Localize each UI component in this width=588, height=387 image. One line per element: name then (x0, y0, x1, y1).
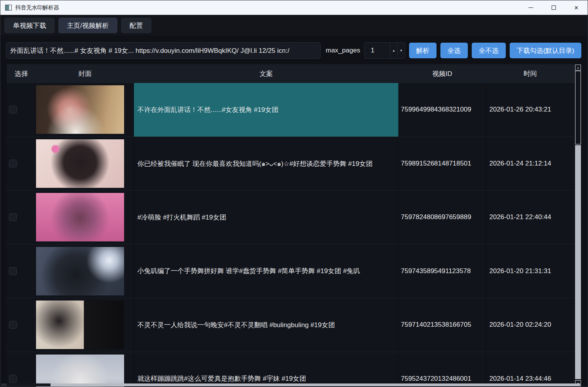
table-row: #冷萌脸 #打火机舞蹈 #19女团 7597824808697659889 20… (7, 191, 575, 245)
video-id: 7599649984368321009 (399, 83, 486, 137)
time: 2026-01-20 02:24:20 (486, 298, 575, 352)
cover-cell (36, 83, 134, 137)
caption-text: 小兔叽编了一个手势舞拼好舞 谁学#蠢货手势舞 #简单手势舞 #19女团 #兔叽 (137, 266, 360, 275)
row-checkbox[interactable] (9, 321, 17, 329)
select-cell (7, 83, 36, 137)
video-table: 选择 封面 文案 视频ID 时间 不许在外面乱讲话！不然......#女友视角 … (7, 64, 581, 387)
caption-text: 你已经被我催眠了 现在你最喜欢我知道吗(๑>ᴗ<๑)☆#好想谈恋爱手势舞 #19… (137, 158, 373, 169)
time: 2026-01-14 23:44:46 (486, 352, 575, 387)
vertical-scrollbar[interactable]: ▲ ▼ (575, 64, 581, 387)
caption-text: #冷萌脸 #打火机舞蹈 #19女团 (137, 213, 226, 222)
chevron-up-icon: ▲ (392, 49, 395, 52)
row-checkbox[interactable] (9, 213, 17, 221)
tab-config[interactable]: 配置 (121, 18, 152, 33)
vertical-scrollbar-track[interactable] (575, 145, 581, 379)
app-icon (5, 5, 12, 11)
close-icon: ✕ (574, 5, 579, 11)
cover-thumb[interactable] (36, 85, 124, 134)
row-checkbox[interactable] (9, 375, 17, 383)
table-row: 就这样蹦蹦跳跳#这么可爱真是抱歉手势舞 #宇妹 #19女团 7595243720… (7, 352, 575, 387)
caption-text: 不许在外面乱讲话！不然......#女友视角 #19女团 (137, 105, 278, 114)
time: 2026-01-24 21:12:14 (486, 137, 575, 191)
header-select: 选择 (7, 64, 36, 83)
minimize-button[interactable] (519, 0, 542, 15)
table-row: 小兔叽编了一个手势舞拼好舞 谁学#蠢货手势舞 #简单手势舞 #19女团 #兔叽 … (7, 245, 575, 299)
video-id: 7595243720132486001 (399, 352, 486, 387)
max-pages-stepper[interactable]: 1 ▲ ▼ (364, 42, 405, 59)
tab-bar: 单视频下载 主页/视频解析 配置 (0, 15, 588, 36)
cover-cell (36, 137, 134, 191)
caption-cell[interactable]: 小兔叽编了一个手势舞拼好舞 谁学#蠢货手势舞 #简单手势舞 #19女团 #兔叽 (134, 245, 399, 298)
select-all-button[interactable]: 全选 (440, 43, 468, 58)
time: 2026-01-26 20:43:21 (486, 83, 575, 137)
cover-cell (36, 245, 134, 298)
caption-cell[interactable]: 不许在外面乱讲话！不然......#女友视角 #19女团 (134, 83, 399, 137)
maximize-icon (552, 5, 556, 10)
caption-cell[interactable]: 不灵不灵一人给我说一句晚安#不灵不灵翻唱 #bulingbuling #19女团 (134, 298, 399, 352)
horizontal-scrollbar-thumb[interactable] (51, 383, 580, 386)
tab-single-video-download[interactable]: 单视频下载 (4, 18, 55, 33)
video-id: 7597140213538166705 (399, 298, 486, 352)
horizontal-scrollbar[interactable] (1, 383, 580, 386)
cover-cell (36, 298, 134, 352)
download-checked-button[interactable]: 下载勾选(默认目录) (510, 43, 581, 58)
cover-thumb[interactable] (36, 355, 124, 387)
video-id: 7597824808697659889 (399, 191, 486, 244)
row-checkbox[interactable] (9, 160, 17, 167)
cover-thumb[interactable] (36, 193, 124, 241)
max-pages-label: max_pages (326, 47, 360, 54)
caption-cell[interactable]: 你已经被我催眠了 现在你最喜欢我知道吗(๑>ᴗ<๑)☆#好想谈恋爱手势舞 #19… (134, 137, 399, 191)
table-row: 你已经被我催眠了 现在你最喜欢我知道吗(๑>ᴗ<๑)☆#好想谈恋爱手势舞 #19… (7, 137, 575, 191)
caption-text: 就这样蹦蹦跳跳#这么可爱真是抱歉手势舞 #宇妹 #19女团 (137, 374, 306, 383)
max-pages-value: 1 (364, 43, 390, 58)
scroll-up-button[interactable]: ▲ (575, 65, 581, 70)
toolbar: max_pages 1 ▲ ▼ 解析 全选 全不选 下载勾选(默认目录) (6, 42, 581, 59)
cover-thumb[interactable] (36, 139, 124, 188)
titlebar: 抖音无水印解析器 ✕ (0, 0, 588, 15)
horizontal-scrollbar-left[interactable] (1, 383, 7, 386)
table-row: 不灵不灵一人给我说一句晚安#不灵不灵翻唱 #bulingbuling #19女团… (7, 298, 575, 352)
cover-cell (36, 191, 134, 244)
table-row: 不许在外面乱讲话！不然......#女友视角 #19女团 75996499843… (7, 83, 575, 137)
header-video-id: 视频ID (399, 64, 486, 83)
time: 2026-01-21 22:40:44 (486, 191, 575, 244)
cover-thumb[interactable] (36, 247, 124, 295)
parse-button[interactable]: 解析 (409, 43, 436, 58)
select-cell (7, 298, 36, 352)
header-cover: 封面 (36, 64, 134, 83)
header-time: 时间 (486, 64, 575, 83)
vertical-scrollbar-thumb[interactable] (575, 71, 581, 144)
cover-cell (36, 352, 134, 387)
url-input[interactable] (6, 42, 321, 59)
close-button[interactable]: ✕ (565, 0, 588, 15)
select-cell (7, 245, 36, 298)
caption-text: 不灵不灵一人给我说一句晚安#不灵不灵翻唱 #bulingbuling #19女团 (137, 320, 335, 329)
tab-home-video-parse[interactable]: 主页/视频解析 (58, 18, 117, 33)
row-checkbox[interactable] (9, 106, 17, 113)
scroll-up-icon: ▲ (577, 67, 579, 69)
window-title: 抖音无水印解析器 (15, 4, 59, 11)
chevron-down-icon: ▼ (400, 49, 403, 52)
spin-down-button[interactable]: ▼ (397, 43, 405, 58)
table-body: 不许在外面乱讲话！不然......#女友视角 #19女团 75996499843… (7, 83, 575, 387)
caption-cell[interactable]: 就这样蹦蹦跳跳#这么可爱真是抱歉手势舞 #宇妹 #19女团 (134, 352, 399, 387)
header-caption: 文案 (134, 64, 399, 83)
video-id: 7598915268148718501 (399, 137, 486, 191)
select-cell (7, 352, 36, 387)
maximize-button[interactable] (542, 0, 565, 15)
select-none-button[interactable]: 全不选 (472, 43, 506, 58)
time: 2026-01-20 21:31:31 (486, 245, 575, 298)
select-cell (7, 191, 36, 244)
caption-cell[interactable]: #冷萌脸 #打火机舞蹈 #19女团 (134, 191, 399, 244)
row-checkbox[interactable] (9, 267, 17, 275)
minimize-icon (528, 7, 533, 8)
video-id: 7597435895491123578 (399, 245, 486, 298)
table-header: 选择 封面 文案 视频ID 时间 (7, 64, 575, 83)
spin-up-button[interactable]: ▲ (390, 43, 397, 58)
select-cell (7, 137, 36, 191)
cover-thumb[interactable] (36, 301, 124, 349)
